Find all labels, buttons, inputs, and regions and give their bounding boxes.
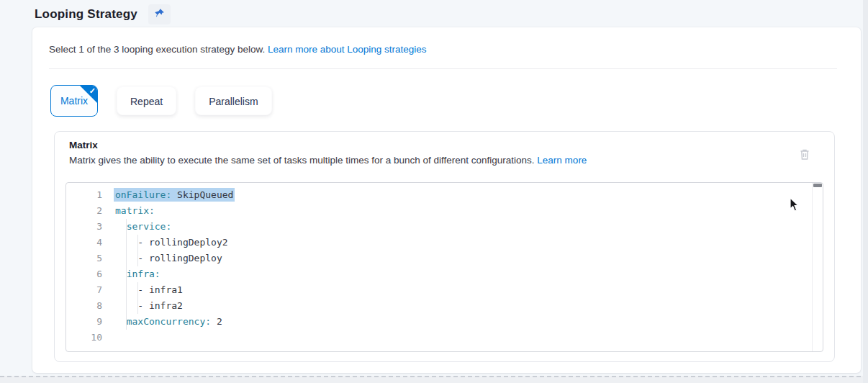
line-number: 3 [66,219,102,235]
learn-more-link[interactable]: Learn more [537,155,587,166]
editor-scrollbar-track [812,183,813,351]
line-number: 5 [66,251,102,266]
tab-parallelism[interactable]: Parallelism [195,86,271,115]
line-number: 1 [66,187,102,203]
code-line: 1 onFailure: SkipQueued [66,187,823,203]
pin-button[interactable] [148,4,171,24]
tab-repeat[interactable]: Repeat [117,86,176,115]
page-header: Looping Strategy [35,4,171,24]
code-line: 7 - infra1 [66,282,823,298]
code-line: 4 - rollingDeploy2 [66,235,823,251]
line-number: 8 [66,298,102,314]
tab-matrix[interactable]: Matrix ✓ [50,85,98,117]
line-number: 6 [66,266,102,282]
looping-strategies-link[interactable]: Learn more about Looping strategies [268,44,427,55]
intro-text: Select 1 of the 3 looping execution stra… [49,44,265,55]
tab-parallelism-label: Parallelism [209,96,258,107]
divider [49,68,837,69]
browser-scrollbar[interactable] [863,0,868,383]
pushpin-icon [154,8,165,21]
looping-strategy-panel: Select 1 of the 3 looping execution stra… [32,27,861,373]
code-line: 5 - rollingDeploy [66,251,823,266]
code-line: 10 [66,330,823,346]
strategy-tabs: Matrix ✓ Repeat Parallelism [50,85,272,117]
code-line: 8 - infra2 [66,298,823,314]
line-number: 4 [66,235,102,251]
looping-strategy-screen: Looping Strategy Select 1 of the 3 loopi… [0,0,868,383]
code-line: 3 service: [66,219,823,235]
bottom-edge-strip [0,376,868,383]
intro-row: Select 1 of the 3 looping execution stra… [49,44,427,55]
check-icon: ✓ [89,86,96,96]
line-number: 2 [66,203,102,219]
trash-icon [799,152,810,163]
editor-scrollbar-thumb[interactable] [813,184,822,187]
line-number: 9 [66,314,102,330]
code-line: 6 infra: [66,266,823,282]
card-heading: Matrix [69,140,98,150]
tab-repeat-label: Repeat [130,96,163,107]
matrix-strategy-card: Matrix Matrix gives the ability to execu… [54,131,835,362]
page-title: Looping Strategy [35,7,137,22]
delete-strategy-button[interactable] [797,146,813,163]
code-line: 9 maxConcurrency: 2 [66,314,823,330]
code-line: 2 matrix: [66,203,823,219]
card-description-text: Matrix gives the ability to execute the … [69,155,535,166]
line-number: 10 [66,330,102,346]
yaml-editor[interactable]: 1 onFailure: SkipQueued 2 matrix: 3 serv… [65,182,823,352]
line-number: 7 [66,282,102,298]
card-description: Matrix gives the ability to execute the … [69,155,587,166]
